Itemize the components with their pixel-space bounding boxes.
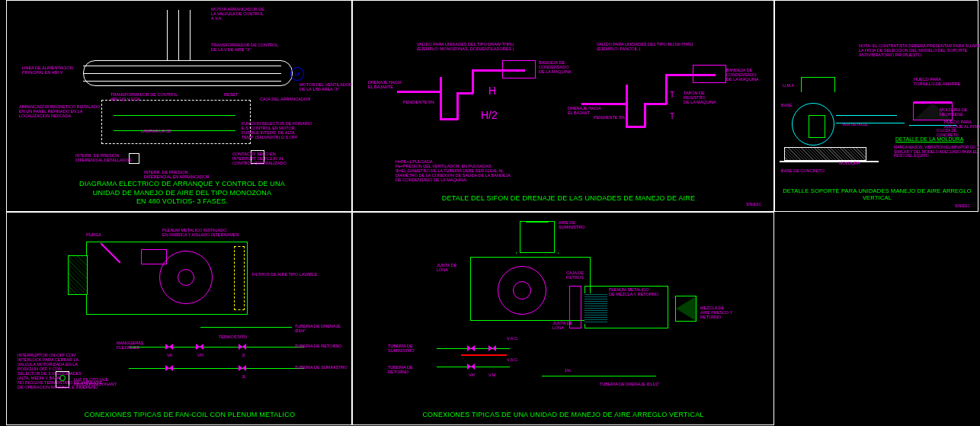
p4-a14: LUZ PILOTO QUE INDICA FUNCIONANT. bbox=[74, 377, 117, 386]
p5-a9: VH bbox=[469, 373, 475, 377]
p3-a7: MOLDURA bbox=[839, 161, 860, 165]
p4-a12: TUBERIA DE SUMINISTRO bbox=[295, 365, 347, 370]
p1-a10: FUNCION SELECTOR DE HORARIO E.S. CONTROL… bbox=[242, 121, 312, 139]
p4-a11: TUBERIA DE RETORNO bbox=[295, 344, 342, 348]
p1-a8: ARRANCADOR MAGNETICO INSTALADO EN UN PAN… bbox=[19, 104, 100, 118]
p1-a2: TRANSFORMADOR DE CONTROL DE LA V.DE AIRE… bbox=[211, 43, 278, 52]
p1-a11: INTERR. DE PRESION DIFERENCIAL DETALLADO… bbox=[75, 153, 132, 162]
p2-a2: VALIDO PARA UNIDADES DEL TIPO BLOW-THRU … bbox=[597, 42, 693, 51]
p4-a3: FILTROS DE AIRE TIPO LAVABLE bbox=[252, 272, 317, 277]
p2-a5: BANDEJA DE CONDENSADO DE LA MAQUINA bbox=[539, 60, 572, 74]
p3-a1: NOTA: EL CONTRATISTA DEBERA PRESENTAR PA… bbox=[859, 43, 980, 57]
panel-fancoil-connections: CONEXIONES TIPICAS DE FAN-COIL CON PLENU… bbox=[6, 212, 352, 425]
panel2-scale: SIN/ESC bbox=[746, 202, 761, 207]
p5-a6: MEZCLA DE AIRE FRESCO Y RETORNO bbox=[700, 306, 732, 319]
p5-a5: PLENUM METALICO DE MEZCLA Y RETORNO bbox=[609, 287, 658, 296]
p3-a10: MARCA MASON, VIBRATION ELIMINATOR CO. O … bbox=[894, 146, 980, 159]
p4-a4: TUBERIA DE DRENAJE Φ3/4" bbox=[295, 324, 351, 333]
p5-a7: V.A.C. bbox=[507, 336, 518, 341]
p3-a4: HUECO PARA TORNILLO DE AMARRE bbox=[914, 77, 960, 86]
p4-a5: MANGUERAS FLEXIBLES bbox=[117, 341, 143, 350]
panel-support-detail: DETALLE SOPORTE PARA UNIDADES MANEJO DE … bbox=[774, 0, 978, 212]
p5-a3: CAJA DE FILTROS bbox=[566, 271, 584, 280]
p5-a2: JUNTA DE LONA bbox=[437, 263, 456, 272]
p1-a12: CONTACTO SECO EN INTERRUPT DE FLUJO AL C… bbox=[232, 152, 287, 165]
p3-sub: DETALLE DE LA MOLDURA bbox=[895, 136, 963, 142]
p1-a5: TRANSFORMADOR DE CONTROL 480-120 V.1.CA. bbox=[110, 92, 178, 101]
p2-tt: T bbox=[670, 112, 674, 120]
p5-a13: 1% bbox=[565, 368, 571, 373]
p2-h: H bbox=[488, 85, 496, 97]
p2-a9: BANDEJA DE CONDENSADO DE LA MAQUINA bbox=[726, 68, 759, 82]
p5-a1: AIRE DE SUMINISTRO bbox=[559, 220, 585, 229]
p3-a5: MOLDURA DE NEOPRENE bbox=[940, 107, 978, 117]
p3-a11: O LOZA DE CONCRETO bbox=[937, 129, 978, 137]
p2-a8: PENDIENTE 5% bbox=[594, 115, 625, 120]
p2-t: T bbox=[670, 91, 674, 99]
concrete-base bbox=[784, 147, 866, 161]
p5-a10: V.M. bbox=[488, 373, 497, 377]
panel-uma-vertical: CONEXIONES TIPICAS DE UNA UNIDAD DE MANE… bbox=[352, 212, 774, 425]
p5-a4: JUNTA DE LONA bbox=[552, 321, 572, 330]
p4-a7: VA bbox=[167, 353, 172, 357]
p4-a10: JL bbox=[242, 374, 246, 379]
p1-a1: MOTOR ARRANCADOR DE LA VALVULA DE CONTRO… bbox=[211, 7, 264, 21]
p1-a6: RESET bbox=[224, 92, 238, 97]
panel1-title-l3: EN 480 VOLTIOS- 3 FASES. bbox=[136, 197, 228, 205]
panel1-title-l1: DIAGRAMA ELECTRICO DE ARRANQUE Y CONTROL… bbox=[79, 180, 285, 187]
panel-electrical-diagram: DIAGRAMA ELECTRICO DE ARRANQUE Y CONTROL… bbox=[6, 0, 352, 212]
p2-h2: H/2 bbox=[481, 109, 498, 121]
panel1-title-l2: UNIDAD DE MANEJO DE AIRE DEL TIPO MONOZO… bbox=[93, 189, 271, 197]
filters bbox=[234, 246, 245, 310]
p2-a4: PENDIENTE 5% bbox=[403, 100, 434, 104]
p5-a12: TUBERIA DE RETORNO bbox=[388, 365, 413, 374]
p2-a6: TAPON DE REGISTRO DE LA MAQUINA bbox=[684, 91, 716, 104]
panel-empty bbox=[774, 212, 978, 425]
panel4-title: CONEXIONES TIPICAS DE FAN-COIL CON PLENU… bbox=[75, 411, 304, 420]
p4-a2: PLENUM METALICO INSTALADO EN FABRICA Y A… bbox=[162, 228, 239, 237]
p1-a4: MOTOR DEL VENTILADOR DE LA 1/90 AREA "X" bbox=[299, 82, 352, 91]
p3-a2: U.M.A bbox=[783, 83, 794, 88]
panel2-title: DETALE DEL SIFON DE DRENAJE DE LAS UNIDA… bbox=[389, 194, 748, 203]
p4-a1: PURGA bbox=[86, 232, 101, 237]
motor-label: M bbox=[295, 71, 300, 78]
p2-a1: VALIDO PARA UNIDADES DEL TIPO DRAW-THRU … bbox=[417, 42, 514, 51]
p2-a7: DRENAJE HACIA EL BAJANT bbox=[568, 106, 601, 115]
p5-a11: TUBERIA DE SUMINISTRO bbox=[388, 344, 415, 353]
p4-a9: JI bbox=[242, 353, 245, 357]
p4-a6: TERMOSTATO bbox=[219, 335, 247, 339]
p5-a8: V.A.C. bbox=[507, 357, 518, 362]
panel3-scale: SIN/ESC bbox=[955, 203, 970, 208]
p2-a3: DRENAJE HACIA EL BAJANTE bbox=[368, 80, 402, 89]
panel5-title: CONEXIONES TIPICAS DE UNA UNIDAD DE MANE… bbox=[396, 411, 731, 420]
p1-a3: LINEA DE ALIMENTACION PRINCIPAL EN 480 V bbox=[22, 66, 73, 75]
p1-a9: LAMPARA R-30 bbox=[141, 129, 171, 133]
panel3-title: DETALLE SOPORTE PARA UNIDADES MANEJO DE … bbox=[778, 187, 976, 203]
p2-note: H=PE+1 PULGADA Pe=PRESION DEL VENTILADOR… bbox=[396, 159, 511, 182]
p3-a3: BASE bbox=[781, 103, 793, 107]
panel-siphon-detail: DETALE DEL SIFON DE DRENAJE DE LAS UNIDA… bbox=[352, 0, 774, 212]
p1-a7: CAJA DEL ARRANCADOR bbox=[260, 97, 310, 101]
p4-a8: VH bbox=[197, 353, 203, 357]
panel1-title: DIAGRAMA ELECTRICO DE ARRANQUE Y CONTROL… bbox=[53, 180, 312, 207]
p5-a14: TUBERIA DE DRENAJE Φ11/2" bbox=[600, 382, 659, 386]
p1-a13: INTERR. DE PRESION DIFERENCIAL EN ARRANC… bbox=[144, 170, 210, 179]
motor-symbol: M bbox=[290, 67, 304, 81]
p3-a8: BASE DE CONCRETO bbox=[781, 168, 825, 173]
